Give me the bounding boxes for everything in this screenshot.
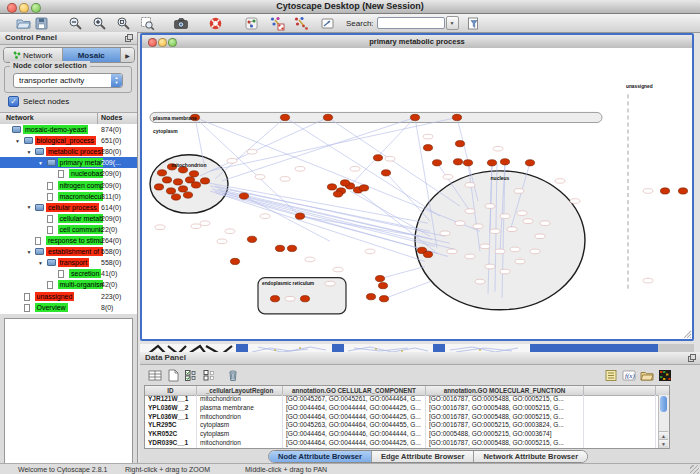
- tree-row[interactable]: mosaic-demo-yeast874(0): [0, 124, 137, 135]
- table-cell: [GO:0016787, GO:0005488, GO:0005215, G..…: [426, 413, 584, 422]
- network-view-window: primary metabolic process plasma membran…: [140, 33, 694, 341]
- show-table-button[interactable]: [146, 367, 164, 383]
- dropdown-stepper-icon: ▲▼: [111, 74, 122, 87]
- scroll-down-arrow[interactable]: ▼: [659, 439, 668, 448]
- tree-row[interactable]: cell communicat22(0): [0, 224, 137, 235]
- tree-node-label: metabolic process: [46, 147, 103, 156]
- import-attributes-button[interactable]: [638, 367, 656, 383]
- tree-row[interactable]: macromolecule311(0): [0, 191, 137, 202]
- table-cell: [GO:0005488, GO:0005215, GO:0003674]: [426, 430, 584, 439]
- select-nodes-checkbox[interactable]: ✓: [8, 96, 19, 107]
- tree-row[interactable]: ▼transport558(0): [0, 257, 137, 268]
- tab-overflow-arrow[interactable]: ▶: [121, 48, 134, 62]
- tree-expander-icon[interactable]: ▼: [24, 204, 34, 210]
- annotation-button[interactable]: [318, 15, 336, 31]
- table-row[interactable]: YPL036W__1mitochondrion[GO:0044464, GO:0…: [145, 413, 669, 422]
- select-attributes-button[interactable]: [182, 367, 200, 383]
- scrollbar-thumb[interactable]: [660, 396, 667, 412]
- table-scrollbar[interactable]: ▲ ▼: [658, 395, 669, 448]
- tree-row[interactable]: ▼primary metabo209(...: [0, 157, 137, 168]
- table-row[interactable]: YJR121W__1mitochondrion[GO:0045267, GO:0…: [145, 395, 669, 404]
- status-pan-hint: Middle-click + drag to PAN: [245, 466, 327, 473]
- table-row[interactable]: YKR052Ccytoplasm[GO:0044464, GO:0044446,…: [145, 430, 669, 439]
- attribute-list-button[interactable]: [602, 367, 620, 383]
- network-canvas[interactable]: plasma membranecytoplasmmitochondrionnuc…: [142, 48, 692, 339]
- table-cell: plasma membrane: [197, 404, 283, 413]
- tree-column-network[interactable]: Network: [6, 114, 34, 121]
- table-cell: YLR295C: [145, 421, 197, 430]
- tree-row[interactable]: Overview8(0): [0, 302, 137, 313]
- table-cell: YKR052C: [145, 430, 197, 439]
- svg-text:endoplasmic reticulum: endoplasmic reticulum: [262, 281, 314, 286]
- snapshot-button[interactable]: [172, 15, 190, 31]
- window-resize-grip[interactable]: [690, 465, 699, 474]
- tab-network[interactable]: Network: [4, 48, 63, 62]
- tree-node-label: nitrogen compo: [58, 181, 104, 190]
- search-dropdown-button[interactable]: ▼: [446, 16, 459, 30]
- save-session-button[interactable]: [32, 15, 50, 31]
- tree-row[interactable]: ▼metabolic process280(0): [0, 146, 137, 157]
- apply-layout-2-button[interactable]: [292, 15, 310, 31]
- tree-row[interactable]: nitrogen compo209(0): [0, 180, 137, 191]
- float-panel-icon[interactable]: [125, 34, 133, 42]
- tree-row[interactable]: response to stimulu264(0): [0, 235, 137, 246]
- svg-text:nucleus: nucleus: [491, 175, 510, 181]
- tree-expander-icon[interactable]: ▼: [36, 160, 46, 166]
- folder-icon: [35, 148, 44, 155]
- new-attribute-button[interactable]: [164, 367, 182, 383]
- tree-node-count: 614(0): [101, 203, 121, 212]
- network-window-title-bar[interactable]: primary metabolic process: [142, 35, 692, 49]
- float-data-panel-icon[interactable]: [688, 354, 696, 362]
- node-color-dropdown[interactable]: transporter activity ▲▼: [13, 73, 123, 88]
- help-button[interactable]: [206, 15, 224, 31]
- tree-expander-icon[interactable]: ▼: [36, 260, 46, 266]
- tree-row[interactable]: unassigned223(0): [0, 291, 137, 302]
- column-header[interactable]: annotation.GO CELLULAR_COMPONENT: [283, 386, 426, 395]
- tree-row[interactable]: ▼cellular process614(0): [0, 202, 137, 213]
- function-builder-button[interactable]: f(x): [620, 367, 638, 383]
- control-panel: Control Panel Network Mosaic ▶ Node colo…: [0, 32, 138, 474]
- tree-row[interactable]: multi-organism pro42(0): [0, 279, 137, 290]
- birds-eye-view[interactable]: [4, 318, 133, 468]
- column-header[interactable]: annotation.GO MOLECULAR_FUNCTION: [426, 386, 584, 395]
- tab-node-attribute-browser[interactable]: Node Attribute Browser: [269, 451, 372, 462]
- tree-row[interactable]: nucleobase-209(0): [0, 168, 137, 179]
- apply-layout-1-button[interactable]: [268, 15, 286, 31]
- tree-row[interactable]: ▼establishment of lo558(0): [0, 246, 137, 257]
- data-panel-title: Data Panel: [145, 353, 186, 362]
- table-cell: [584, 439, 656, 448]
- window-title: Cytoscape Desktop (New Session): [0, 1, 700, 11]
- column-header[interactable]: ID: [145, 386, 197, 395]
- tree-row[interactable]: ▼biological_process651(0): [0, 135, 137, 146]
- tab-mosaic-label: Mosaic: [78, 51, 105, 60]
- tab-network-attribute-browser[interactable]: Network Attribute Browser: [474, 451, 587, 462]
- table-row[interactable]: YLR295Ccytoplasm[GO:0045263, GO:0044464,…: [145, 421, 669, 430]
- zoom-selected-region-button[interactable]: [138, 15, 156, 31]
- tab-edge-attribute-browser[interactable]: Edge Attribute Browser: [372, 451, 474, 462]
- tree-node-label: response to stimulu: [46, 236, 103, 245]
- tree-expander-icon[interactable]: ▼: [24, 149, 34, 155]
- table-row[interactable]: YPL036W__2plasma membrane[GO:0044464, GO…: [145, 404, 669, 413]
- advanced-search-button[interactable]: [465, 15, 483, 31]
- window-title-bar[interactable]: Cytoscape Desktop (New Session): [0, 0, 700, 14]
- delete-attribute-button[interactable]: [224, 367, 242, 383]
- column-header[interactable]: _cellularLayoutRegion: [197, 386, 283, 395]
- tree-column-nodes[interactable]: Nodes: [101, 114, 122, 121]
- search-input[interactable]: [377, 17, 445, 29]
- open-session-button[interactable]: [14, 15, 32, 31]
- tree-row[interactable]: cellular metabo209(0): [0, 213, 137, 224]
- tab-mosaic[interactable]: Mosaic: [63, 48, 122, 62]
- tree-row[interactable]: secretion41(0): [0, 268, 137, 279]
- mosaic-matrix-button[interactable]: [656, 367, 674, 383]
- vizmapper-button[interactable]: [242, 15, 260, 31]
- unselect-attributes-button[interactable]: [200, 367, 218, 383]
- table-row[interactable]: YDR039C__1mitochondrion[GO:0044464, GO:0…: [145, 439, 669, 448]
- zoom-out-button[interactable]: [66, 15, 84, 31]
- tree-node-count: 558(0): [101, 258, 121, 267]
- tree-expander-icon[interactable]: ▼: [13, 138, 23, 144]
- zoom-in-button[interactable]: [90, 15, 108, 31]
- column-header[interactable]: [584, 386, 656, 395]
- folder-icon: [35, 248, 44, 255]
- tree-expander-icon[interactable]: ▼: [24, 249, 34, 255]
- zoom-fit-button[interactable]: [114, 15, 132, 31]
